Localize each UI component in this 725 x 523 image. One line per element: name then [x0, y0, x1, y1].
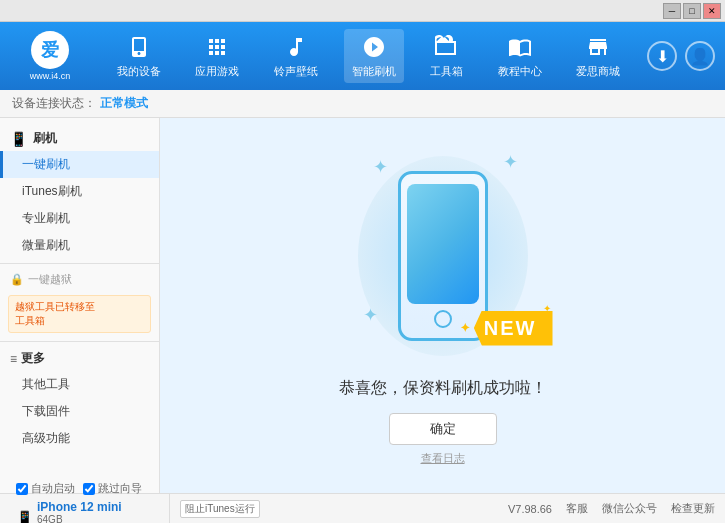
- tutorials-icon: [506, 33, 534, 61]
- nav-item-toolbox[interactable]: 工具箱: [422, 29, 471, 83]
- star-decoration: ✦: [460, 321, 470, 335]
- sidebar-item-download-firmware[interactable]: 下载固件: [0, 398, 159, 425]
- apps-icon: [203, 33, 231, 61]
- version-text: V7.98.66: [508, 503, 552, 515]
- logo-area[interactable]: 爱 www.i4.cn: [10, 31, 90, 81]
- device-name: iPhone 12 mini: [37, 500, 122, 514]
- sidebar-divider-2: [0, 341, 159, 342]
- skip-wizard-label: 跳过向导: [98, 481, 142, 496]
- bottom-left-section: 自动启动 跳过向导 📱 iPhone 12 mini 64GB Down-12m…: [10, 494, 170, 523]
- phone-illustration: ✦ ✦ ✦ ✦ NEW ✦: [353, 146, 533, 366]
- sidebar-section-jailbreak: 🔒 一键越狱: [0, 268, 159, 291]
- close-button[interactable]: ✕: [703, 3, 721, 19]
- bottom-content: 自动启动 跳过向导 📱 iPhone 12 mini 64GB Down-12m…: [10, 494, 715, 523]
- check-update-link[interactable]: 检查更新: [671, 501, 715, 516]
- more-section-icon: ≡: [10, 352, 17, 366]
- flash-section-icon: 📱: [10, 131, 27, 147]
- logo-url: www.i4.cn: [30, 71, 71, 81]
- more-section-label: 更多: [21, 350, 45, 367]
- customer-service-link[interactable]: 客服: [566, 501, 588, 516]
- sidebar-item-save-data-flash[interactable]: 微量刷机: [0, 232, 159, 259]
- device-small-icon: 📱: [16, 510, 33, 523]
- header-right: ⬇ 👤: [647, 41, 715, 71]
- title-bar: ─ □ ✕: [0, 0, 725, 22]
- goto-daily-link[interactable]: 查看日志: [421, 451, 465, 466]
- device-storage: 64GB: [37, 514, 122, 523]
- phone-home-button: [434, 310, 452, 328]
- jailbreak-label: 一键越狱: [28, 272, 72, 287]
- sidebar-section-flash: 📱 刷机: [0, 126, 159, 151]
- nav-item-smart-flash[interactable]: 智能刷机: [344, 29, 404, 83]
- sidebar-item-other-tools[interactable]: 其他工具: [0, 371, 159, 398]
- sparkle-bottom-left: ✦: [363, 304, 378, 326]
- lock-icon: 🔒: [10, 273, 24, 286]
- nav-item-ringtones[interactable]: 铃声壁纸: [266, 29, 326, 83]
- content-area: ✦ ✦ ✦ ✦ NEW ✦ 恭喜您，保资料刷机成功啦！ 确定 查看日志: [160, 118, 725, 493]
- status-bar: 设备连接状态： 正常模式: [0, 90, 725, 118]
- itunes-running-status: 阻止iTunes运行: [180, 500, 260, 518]
- sidebar-item-pro-flash[interactable]: 专业刷机: [0, 205, 159, 232]
- download-button[interactable]: ⬇: [647, 41, 677, 71]
- itunes-stop-button[interactable]: 阻止iTunes运行: [180, 500, 260, 518]
- bottom-bar: 自动启动 跳过向导 📱 iPhone 12 mini 64GB Down-12m…: [0, 493, 725, 523]
- nav-items: 我的设备 应用游戏 铃声壁纸 智能刷机 工具箱: [100, 29, 637, 83]
- nav-label-apps: 应用游戏: [195, 64, 239, 79]
- sidebar-section-more: ≡ 更多: [0, 346, 159, 371]
- sparkle-top-right: ✦: [503, 151, 518, 173]
- nav-label-tutorials: 教程中心: [498, 64, 542, 79]
- status-label: 设备连接状态：: [12, 95, 96, 112]
- device-icon: [125, 33, 153, 61]
- skip-wizard-input[interactable]: [83, 483, 95, 495]
- nav-label-toolbox: 工具箱: [430, 64, 463, 79]
- bottom-right: V7.98.66 客服 微信公众号 检查更新: [508, 501, 715, 516]
- status-value: 正常模式: [100, 95, 148, 112]
- sidebar-notice-jailbreak: 越狱工具已转移至工具箱: [8, 295, 151, 333]
- auto-start-checkbox[interactable]: 自动启动: [16, 481, 75, 496]
- wechat-link[interactable]: 微信公众号: [602, 501, 657, 516]
- auto-start-input[interactable]: [16, 483, 28, 495]
- nav-item-apps-games[interactable]: 应用游戏: [187, 29, 247, 83]
- sidebar-item-itunes-flash[interactable]: iTunes刷机: [0, 178, 159, 205]
- nav-label-ringtones: 铃声壁纸: [274, 64, 318, 79]
- flash-icon: [360, 33, 388, 61]
- nav-item-tutorials[interactable]: 教程中心: [490, 29, 550, 83]
- sidebar-item-advanced[interactable]: 高级功能: [0, 425, 159, 452]
- store-icon: [584, 33, 612, 61]
- user-button[interactable]: 👤: [685, 41, 715, 71]
- phone-screen: [407, 184, 479, 304]
- confirm-button[interactable]: 确定: [389, 413, 497, 445]
- ringtone-icon: [282, 33, 310, 61]
- nav-label-flash: 智能刷机: [352, 64, 396, 79]
- sidebar-divider-1: [0, 263, 159, 264]
- new-banner-text: NEW: [474, 311, 553, 346]
- minimize-button[interactable]: ─: [663, 3, 681, 19]
- new-badge: ✦ NEW ✦: [460, 311, 553, 346]
- skip-wizard-checkbox[interactable]: 跳过向导: [83, 481, 142, 496]
- auto-start-label: 自动启动: [31, 481, 75, 496]
- sparkle-top-left: ✦: [373, 156, 388, 178]
- sidebar-item-one-click-flash[interactable]: 一键刷机: [0, 151, 159, 178]
- nav-label-my-device: 我的设备: [117, 64, 161, 79]
- tools-icon: [433, 33, 461, 61]
- title-bar-buttons: ─ □ ✕: [663, 3, 721, 19]
- maximize-button[interactable]: □: [683, 3, 701, 19]
- flash-section-label: 刷机: [33, 130, 57, 147]
- nav-item-store[interactable]: 爱思商城: [568, 29, 628, 83]
- nav-label-store: 爱思商城: [576, 64, 620, 79]
- success-text: 恭喜您，保资料刷机成功啦！: [339, 378, 547, 399]
- main-area: 📱 刷机 一键刷机 iTunes刷机 专业刷机 微量刷机 🔒 一键越狱 越狱工具…: [0, 118, 725, 493]
- header: 爱 www.i4.cn 我的设备 应用游戏 铃声壁纸: [0, 22, 725, 90]
- star-top-right: ✦: [543, 303, 551, 314]
- logo-icon: 爱: [31, 31, 69, 69]
- nav-item-my-device[interactable]: 我的设备: [109, 29, 169, 83]
- sidebar: 📱 刷机 一键刷机 iTunes刷机 专业刷机 微量刷机 🔒 一键越狱 越狱工具…: [0, 118, 160, 493]
